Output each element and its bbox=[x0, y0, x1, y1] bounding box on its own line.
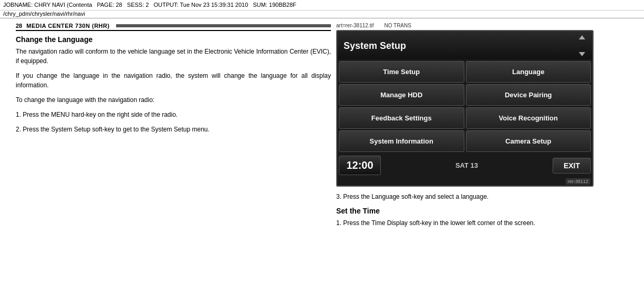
job-header: JOBNAME: CHRY NAVI (Contenta PAGE: 28 SE… bbox=[0, 0, 644, 11]
set-time-step1: 1. Press the Time Display soft-key in th… bbox=[336, 218, 639, 228]
job-info: JOBNAME: CHRY NAVI (Contenta bbox=[3, 2, 92, 8]
scroll-up-icon bbox=[579, 35, 585, 39]
output-info: OUTPUT: Tue Nov 23 15:39:31 2010 bbox=[154, 2, 248, 8]
right-column: art=rer-38112.tif NO TRANS System Setup … bbox=[336, 23, 644, 233]
step-2: 2. Press the System Setup soft-key to ge… bbox=[16, 125, 331, 134]
set-time-heading: Set the Time bbox=[336, 207, 639, 215]
main-content: 28 MEDIA CENTER 730N (RHR) Change the La… bbox=[0, 18, 644, 233]
step-1: 1. Press the MENU hard-key on the right … bbox=[16, 110, 331, 119]
date-display: SAT 13 bbox=[382, 161, 551, 169]
page-info: PAGE: 28 bbox=[97, 2, 122, 8]
manage-hdd-button[interactable]: Manage HDD bbox=[339, 84, 464, 106]
nav-screen: System Setup Time Setup Language Manage … bbox=[336, 30, 594, 187]
screen-title: System Setup bbox=[344, 40, 406, 52]
section-bar bbox=[116, 24, 331, 27]
change-language-heading: Change the Language bbox=[16, 35, 331, 44]
nav-title-bar: System Setup bbox=[337, 31, 593, 59]
section-header: 28 MEDIA CENTER 730N (RHR) bbox=[16, 23, 331, 31]
art-filename: art=rer-38112.tif bbox=[336, 23, 373, 28]
art-notrans: NO TRANS bbox=[384, 23, 411, 28]
button-grid: Time Setup Language Manage HDD Device Pa… bbox=[337, 59, 593, 154]
art-label: art=rer-38112.tif NO TRANS bbox=[336, 23, 639, 28]
feedback-settings-button[interactable]: Feedback Settings bbox=[339, 107, 464, 129]
time-display[interactable]: 12:00 bbox=[339, 156, 381, 175]
camera-setup-button[interactable]: Camera Setup bbox=[466, 130, 591, 152]
scroll-indicator bbox=[578, 35, 586, 56]
sum-info: SUM: 190BB28F bbox=[253, 2, 297, 8]
para-1: The navigation radio will conform to the… bbox=[16, 47, 331, 66]
system-information-button[interactable]: System Information bbox=[339, 130, 464, 152]
left-column: 28 MEDIA CENTER 730N (RHR) Change the La… bbox=[0, 23, 336, 233]
file-path: /chry_pdm/chrysler/navi/rhr/navi bbox=[0, 11, 644, 18]
sess-info: SESS: 2 bbox=[127, 2, 149, 8]
voice-recognition-button[interactable]: Voice Recognition bbox=[466, 107, 591, 129]
rer-code: rer-38112 bbox=[566, 178, 590, 185]
rer-label-bar: rer-38112 bbox=[337, 177, 593, 186]
exit-button[interactable]: EXIT bbox=[553, 158, 591, 174]
device-pairing-button[interactable]: Device Pairing bbox=[466, 84, 591, 106]
time-setup-button[interactable]: Time Setup bbox=[339, 61, 464, 83]
section-title: MEDIA CENTER 730N (RHR) bbox=[26, 23, 109, 29]
para-2: If you change the language in the naviga… bbox=[16, 71, 331, 90]
status-bar: 12:00 SAT 13 EXIT bbox=[337, 154, 593, 177]
language-button[interactable]: Language bbox=[466, 61, 591, 83]
scroll-down-icon bbox=[579, 52, 585, 56]
right-step-3: 3. Press the Language soft-key and selec… bbox=[336, 192, 639, 201]
section-number: 28 bbox=[16, 23, 22, 29]
para-3: To change the language with the navigati… bbox=[16, 95, 331, 105]
